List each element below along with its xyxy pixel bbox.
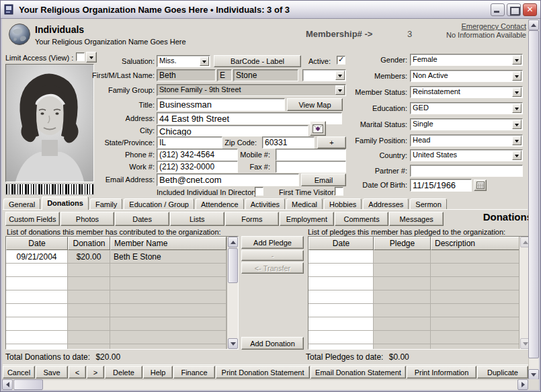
chevron-down-icon[interactable] — [512, 71, 522, 81]
delete-button[interactable]: Delete — [105, 366, 142, 379]
email-donation-statement-button[interactable]: Email Donation Statement — [310, 366, 406, 379]
scroll-up-icon[interactable] — [528, 19, 539, 30]
column-header[interactable]: Donation — [68, 237, 110, 250]
donation-member-cell: Beth E Stone — [110, 250, 226, 264]
help-button[interactable]: Help — [143, 366, 173, 379]
city-field[interactable]: Chicago — [157, 125, 308, 136]
subtab-forms[interactable]: Forms — [225, 212, 280, 226]
chevron-down-icon[interactable] — [512, 55, 522, 65]
chevron-down-icon[interactable] — [512, 151, 522, 160]
subtab-messages[interactable]: Messages — [389, 212, 444, 226]
tab-education-group[interactable]: Education / Group — [124, 198, 194, 210]
tab-family[interactable]: Family — [90, 198, 122, 210]
work-label: Work #: — [47, 163, 155, 171]
scroll-down-icon[interactable] — [528, 369, 539, 380]
dob-field[interactable]: 11/15/1966 — [410, 179, 472, 192]
total-pledges: Total Pledges to date: $0.00 — [306, 352, 409, 362]
chevron-down-icon[interactable] — [512, 120, 522, 129]
family-position-label: Family Position: — [300, 136, 407, 145]
column-header[interactable]: Date — [308, 237, 374, 250]
transfer-button: <- Transfer — [241, 262, 304, 274]
column-header[interactable]: Pledge — [374, 237, 431, 250]
title-bar[interactable]: Your Religious Organization Name Goes He… — [1, 1, 540, 19]
subtab-custom-fields[interactable]: Custom Fields — [5, 212, 60, 226]
add-pledge-button[interactable]: Add Pledge — [241, 236, 304, 249]
scroll-up-icon[interactable] — [228, 237, 238, 247]
subtab-employment[interactable]: Employment — [280, 212, 334, 226]
print-information-button[interactable]: Print Information — [407, 366, 476, 379]
scrollbar-thumb[interactable] — [13, 379, 43, 390]
family-position-select[interactable]: Head — [410, 134, 523, 147]
member-status-select[interactable]: Reinstatement — [410, 86, 523, 98]
tab-medical[interactable]: Medical — [286, 198, 323, 210]
marital-status-select[interactable]: Single — [410, 118, 523, 130]
tab-sermon[interactable]: Sermon — [410, 198, 447, 210]
bottom-button-bar: Cancel Save < > Delete Help Finance Prin… — [3, 364, 528, 378]
address-label: Address: — [47, 114, 155, 122]
add-donation-button[interactable]: Add Donation — [241, 337, 304, 350]
scroll-right-icon[interactable] — [517, 379, 528, 390]
minimize-button[interactable] — [491, 3, 505, 16]
tab-general[interactable]: General — [3, 198, 40, 210]
scrollbar-thumb[interactable] — [228, 248, 238, 283]
email-field[interactable]: Beth@cnet.com — [157, 173, 299, 186]
section-title: Donations — [457, 211, 532, 223]
print-donation-statement-button[interactable]: Print Donation Statement — [216, 366, 310, 379]
emergency-contact-link[interactable]: Emergency Contact — [461, 22, 526, 30]
tab-donations[interactable]: Donations — [42, 196, 89, 210]
education-select[interactable]: GED — [410, 102, 523, 114]
subtab-lists[interactable]: Lists — [170, 212, 224, 226]
maximize-button[interactable] — [507, 3, 521, 16]
gender-select[interactable]: Female — [410, 54, 523, 66]
directory-checkbox[interactable] — [255, 187, 263, 196]
first-time-visitor-label: First Time Visitor: — [279, 188, 336, 196]
membership-value: 3 — [407, 29, 412, 39]
subtab-photos[interactable]: Photos — [60, 212, 115, 226]
next-record-button[interactable]: > — [87, 366, 104, 379]
close-button[interactable] — [523, 3, 537, 16]
save-button[interactable]: Save — [36, 366, 68, 379]
horizontal-scrollbar[interactable] — [2, 379, 528, 390]
column-header[interactable]: Member Name — [110, 237, 226, 250]
table-row[interactable]: 09/21/2004 $20.00 Beth E Stone — [6, 250, 238, 264]
last-name-field[interactable]: Stone — [233, 69, 298, 81]
table-row — [308, 317, 530, 331]
vertical-scrollbar[interactable] — [528, 19, 539, 380]
duplicate-button[interactable]: Duplicate — [477, 366, 528, 379]
scroll-down-icon[interactable] — [228, 338, 238, 349]
chevron-down-icon[interactable] — [512, 104, 522, 113]
barcode-label-button[interactable]: BarCode - Label — [214, 55, 301, 67]
chevron-down-icon[interactable] — [512, 87, 522, 97]
subtab-dates[interactable]: Dates — [115, 212, 169, 226]
middle-initial-field[interactable]: E — [217, 69, 232, 81]
marital-status-label: Marital Status: — [300, 120, 407, 128]
column-header[interactable]: Date — [6, 237, 68, 250]
title-field[interactable]: Businessman — [157, 98, 285, 111]
members-select[interactable]: Non Active — [410, 70, 523, 82]
chevron-down-icon[interactable] — [512, 136, 522, 145]
total-donations-label: Total Donations to date: — [5, 352, 90, 362]
cancel-button[interactable]: Cancel — [3, 366, 35, 379]
chevron-down-icon[interactable] — [200, 56, 209, 66]
first-name-field[interactable]: Beth — [157, 69, 216, 81]
donations-caption: List of donations this member has contri… — [7, 228, 221, 236]
partner-field[interactable] — [410, 165, 523, 177]
tab-activities[interactable]: Activities — [245, 198, 285, 210]
subtab-comments[interactable]: Comments — [335, 212, 389, 226]
tab-hobbies[interactable]: Hobbies — [324, 198, 362, 210]
tab-addresses[interactable]: Addresses — [363, 198, 409, 210]
salutation-select[interactable]: Miss. — [157, 55, 210, 67]
scrollbar-corner — [528, 379, 539, 390]
directory-label: Included Individual In Directory: — [157, 188, 259, 196]
scrollbar-thumb[interactable] — [528, 30, 539, 358]
tab-attendence[interactable]: Attendence — [196, 198, 244, 210]
column-header[interactable]: Description — [431, 237, 519, 250]
previous-record-button[interactable]: < — [69, 366, 86, 379]
finance-button[interactable]: Finance — [173, 366, 215, 379]
membership-label: Membership# -> — [306, 29, 372, 39]
country-select[interactable]: United States — [410, 149, 523, 161]
scroll-left-icon[interactable] — [2, 379, 13, 390]
table-scrollbar[interactable] — [226, 237, 238, 349]
emergency-contact-status: No Information Available — [446, 31, 526, 39]
calendar-button[interactable] — [474, 180, 487, 191]
